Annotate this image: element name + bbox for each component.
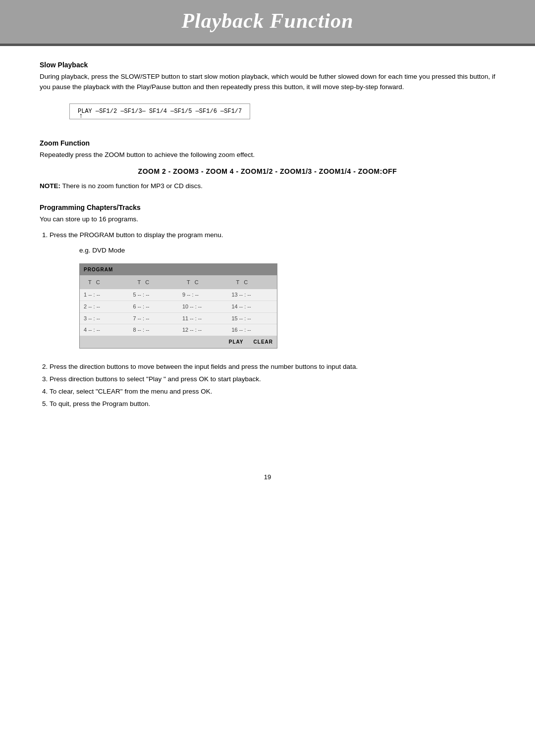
step-2: Press the direction buttons to move betw…	[50, 361, 495, 373]
cell-1-2: 5 -- : --	[129, 289, 179, 301]
slow-playback-title: Slow Playback	[40, 61, 495, 69]
zoom-chain: ZOOM 2 - ZOOM3 - ZOOM 4 - ZOOM1/2 - ZOOM…	[40, 167, 495, 175]
program-data-row-4: 4 -- : -- 8 -- : -- 12 -- : -- 16 -- : -…	[80, 324, 277, 336]
arrow-up-icon: ↑	[79, 112, 83, 120]
cell-2-2: 6 -- : --	[129, 301, 179, 312]
cell-1-1: 1 -- : --	[80, 289, 129, 301]
eg-label: e.g. DVD Mode	[79, 245, 495, 256]
cell-3-4: 15 -- : --	[228, 313, 277, 324]
slow-playback-section: Slow Playback During playback, press the…	[40, 61, 495, 125]
cell-4-3: 12 -- : --	[178, 324, 228, 336]
step-5: To quit, press the Program button.	[50, 399, 495, 410]
col-header-3: T C	[178, 277, 228, 288]
zoom-function-title: Zoom Function	[40, 139, 495, 147]
col-header-2: T C	[129, 277, 179, 288]
page-content: Slow Playback During playback, press the…	[0, 46, 535, 454]
zoom-function-section: Zoom Function Repeatedly press the ZOOM …	[40, 139, 495, 190]
program-data-row-2: 2 -- : -- 6 -- : -- 10 -- : -- 14 -- : -…	[80, 301, 277, 313]
program-data-row-3: 3 -- : -- 7 -- : -- 11 -- : -- 15 -- : -…	[80, 313, 277, 325]
zoom-note: NOTE: There is no zoom function for MP3 …	[40, 182, 495, 190]
slow-playback-diagram: PLAY —SF1/2 —SF1/3— SF1/4 —SF1/5 —SF1/6 …	[69, 103, 250, 119]
program-header-label: PROGRAM	[80, 264, 277, 275]
cell-4-1: 4 -- : --	[80, 324, 129, 336]
programming-intro: You can store up to 16 programs.	[40, 214, 495, 225]
cell-3-1: 3 -- : --	[80, 313, 129, 324]
cell-1-4: 13 -- : --	[228, 289, 277, 301]
page-number: 19	[0, 473, 535, 491]
page-header: Playback Function	[0, 0, 535, 45]
step-1: Press the PROGRAM button to display the …	[50, 230, 495, 349]
cell-4-4: 16 -- : --	[228, 324, 277, 336]
cell-2-1: 2 -- : --	[80, 301, 129, 312]
program-data-grid: 1 -- : -- 5 -- : -- 9 -- : -- 13 -- : --…	[80, 289, 277, 336]
program-data-row-1: 1 -- : -- 5 -- : -- 9 -- : -- 13 -- : --	[80, 289, 277, 301]
col-header-1: T C	[80, 277, 129, 288]
cell-1-3: 9 -- : --	[178, 289, 228, 301]
step-3: Press direction buttons to select "Play …	[50, 374, 495, 385]
note-label: NOTE:	[40, 182, 60, 190]
cell-3-3: 11 -- : --	[178, 313, 228, 324]
zoom-function-body: Repeatedly press the ZOOM button to achi…	[40, 150, 495, 160]
programming-section: Programming Chapters/Tracks You can stor…	[40, 203, 495, 410]
program-box: PROGRAM T C T C T C T C 1 -- : -- 5 -- :…	[79, 263, 277, 349]
program-footer: PLAY CLEAR	[80, 336, 277, 348]
programming-title: Programming Chapters/Tracks	[40, 203, 495, 211]
col-header-4: T C	[228, 277, 277, 288]
cell-2-4: 14 -- : --	[228, 301, 277, 312]
program-col-headers: T C T C T C T C	[80, 275, 277, 290]
slow-playback-body: During playback, press the SLOW/STEP but…	[40, 72, 495, 93]
diagram-text: PLAY —SF1/2 —SF1/3— SF1/4 —SF1/5 —SF1/6 …	[78, 108, 242, 115]
step-4: To clear, select "CLEAR" from the menu a…	[50, 386, 495, 398]
cell-2-3: 10 -- : --	[178, 301, 228, 312]
page-title: Playback Function	[0, 9, 535, 33]
cell-3-2: 7 -- : --	[129, 313, 179, 324]
cell-4-2: 8 -- : --	[129, 324, 179, 336]
programming-steps: Press the PROGRAM button to display the …	[50, 230, 495, 410]
clear-button-label: CLEAR	[254, 338, 273, 346]
play-button-label: PLAY	[229, 338, 244, 346]
note-text: There is no zoom function for MP3 or CD …	[62, 182, 203, 190]
